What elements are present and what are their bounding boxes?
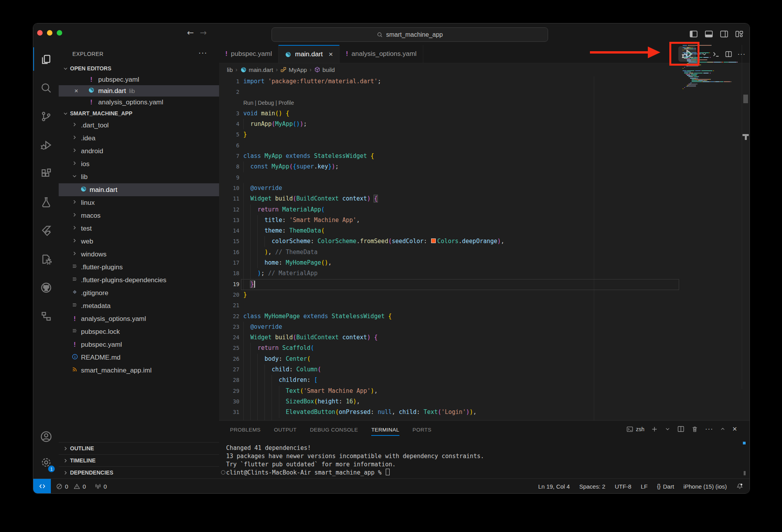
maximize-panel-icon[interactable]	[720, 426, 726, 432]
tree-file-.flutter-plugins-dependencies[interactable]: .flutter-plugins-dependencies	[59, 274, 219, 287]
section-outline[interactable]: OUTLINE	[59, 442, 219, 454]
close-icon[interactable]: ×	[74, 87, 78, 95]
status-encoding[interactable]: UTF-8	[615, 483, 631, 490]
code-line-26[interactable]: 26body: Center(	[219, 354, 742, 364]
project-root-header[interactable]: SMART_MACHINE_APP	[59, 108, 219, 119]
tree-folder-macos[interactable]: macos	[59, 209, 219, 222]
tree-file-.metadata[interactable]: .metadata	[59, 299, 219, 312]
panel-tab-debug-console[interactable]: DEBUG CONSOLE	[310, 425, 358, 435]
activity-accounts[interactable]	[33, 424, 59, 450]
status-device-selector[interactable]: iPhone (15) (ios)	[683, 483, 727, 490]
activity-flutter[interactable]	[33, 216, 59, 245]
tree-folder-lib[interactable]: lib	[59, 170, 219, 183]
terminal-prompt[interactable]: clint@Clints-MacBook-Air smart_machine_a…	[226, 469, 484, 477]
command-center-search[interactable]: smart_machine_app	[271, 27, 548, 42]
explorer-more-actions-icon[interactable]: ···	[198, 48, 207, 57]
nav-forward-button[interactable]: →	[200, 28, 207, 38]
code-line-29[interactable]: 29Text('Smart Machine App'),	[219, 386, 742, 396]
terminal-output[interactable]: Changed 41 dependencies!13 packages have…	[226, 444, 484, 477]
tree-file-.gitignore[interactable]: .gitignore	[59, 287, 219, 299]
code-line-17[interactable]: 17home: MyHomePage(),	[219, 258, 742, 268]
activity-settings[interactable]: 1	[33, 450, 59, 475]
section-dependencies[interactable]: DEPENDENCIES	[59, 466, 219, 478]
section-timeline[interactable]: TIMELINE	[59, 454, 219, 466]
activity-project-tools[interactable]	[33, 245, 59, 273]
tree-folder-android[interactable]: android	[59, 145, 219, 158]
problems-status[interactable]: 0 0	[56, 483, 86, 490]
layout-panel-bottom-icon[interactable]	[704, 29, 714, 39]
terminal-dropdown-icon[interactable]	[665, 426, 671, 432]
terminal-shell-selector[interactable]: zsh	[626, 426, 645, 433]
code-line-9[interactable]: 9	[219, 172, 742, 183]
minimap[interactable]	[683, 45, 742, 389]
code-line-23[interactable]: 23@override	[219, 322, 742, 332]
editor-scrollbar[interactable]	[742, 45, 750, 389]
layout-sidebar-left-icon[interactable]	[689, 29, 698, 39]
code-line-16[interactable]: 16), // ThemeData	[219, 247, 742, 258]
panel-tab-problems[interactable]: PROBLEMS	[230, 425, 261, 435]
code-line-31[interactable]: 31ElevatedButton(onPressed: null, child:…	[219, 407, 742, 417]
code-line-30[interactable]: 30SizedBox(height: 16),	[219, 396, 742, 407]
remote-indicator[interactable]	[33, 479, 51, 493]
code-line-28[interactable]: 28children: [	[219, 375, 742, 385]
code-line-12[interactable]: 12return MaterialApp(	[219, 204, 742, 215]
activity-run-and-debug[interactable]	[33, 131, 59, 159]
code-line-7[interactable]: 7class MyApp extends StatelessWidget {	[219, 151, 742, 161]
breadcrumb-item-MyApp[interactable]: MyApp	[280, 66, 307, 73]
close-window-button[interactable]	[37, 30, 43, 36]
zoom-window-button[interactable]	[57, 30, 62, 36]
status-language-mode[interactable]: {}Dart	[657, 483, 674, 490]
open-editor-analysis_options.yaml[interactable]: ! analysis_options.yaml	[59, 97, 219, 108]
status-notifications[interactable]	[736, 483, 743, 490]
code-line-18[interactable]: 18); // MaterialApp	[219, 268, 742, 279]
code-line-4[interactable]: 4runApp(MyApp());	[219, 119, 742, 129]
activity-search[interactable]	[33, 73, 59, 102]
tree-folder-web[interactable]: web	[59, 235, 219, 248]
layout-sidebar-right-icon[interactable]	[719, 29, 729, 39]
kill-terminal-icon[interactable]	[691, 426, 698, 433]
breadcrumb-item-main.dart[interactable]: main.dart	[240, 66, 273, 73]
split-terminal-icon[interactable]	[677, 425, 685, 433]
new-terminal-icon[interactable]	[651, 426, 658, 433]
tree-folder-.idea[interactable]: .idea	[59, 132, 219, 145]
tree-file-README.md[interactable]: README.md	[59, 351, 219, 364]
tree-file-pubspec.yaml[interactable]: ! pubspec.yaml	[59, 338, 219, 351]
panel-tab-terminal[interactable]: TERMINAL	[371, 425, 399, 435]
tab-main.dart[interactable]: main.dart ×	[279, 45, 340, 63]
close-panel-icon[interactable]: ×	[732, 425, 737, 433]
status-cursor-position[interactable]: Ln 19, Col 4	[538, 483, 570, 490]
code-line-2[interactable]: 2	[219, 87, 742, 97]
scrollbar-thumb[interactable]	[743, 95, 748, 103]
status-indentation[interactable]: Spaces: 2	[579, 483, 606, 490]
activity-testing[interactable]	[33, 188, 59, 216]
code-line-25[interactable]: 25return Scaffold(	[219, 343, 742, 353]
tree-file-.flutter-plugins[interactable]: .flutter-plugins	[59, 261, 219, 274]
panel-more-actions-icon[interactable]: ···	[705, 425, 713, 433]
code-line-22[interactable]: 22class MyHomePage extends StatelessWidg…	[219, 311, 742, 322]
activity-github[interactable]	[33, 273, 59, 302]
tree-folder-test[interactable]: test	[59, 222, 219, 235]
code-line-24[interactable]: 24Widget build(BuildContext context) {	[219, 332, 742, 343]
code-line-10[interactable]: 10@override	[219, 183, 742, 193]
activity-hierarchy[interactable]	[33, 302, 59, 330]
tree-file-pubspec.lock[interactable]: pubspec.lock	[59, 325, 219, 338]
code-line-15[interactable]: 15colorScheme: ColorScheme.fromSeed(seed…	[219, 236, 742, 247]
code-line-19[interactable]: 19}	[219, 279, 742, 290]
open-editor-main.dart[interactable]: × main.dartlib	[59, 85, 219, 97]
code-line-5[interactable]: 5}	[219, 129, 742, 140]
panel-tab-ports[interactable]: PORTS	[413, 425, 431, 435]
nav-back-button[interactable]: ←	[187, 28, 194, 38]
code-line-27[interactable]: 27child: Column(	[219, 364, 742, 375]
tree-folder-linux[interactable]: linux	[59, 196, 219, 209]
tree-folder-.dart_tool[interactable]: .dart_tool	[59, 119, 219, 132]
open-editor-pubspec.yaml[interactable]: ! pubspec.yaml	[59, 74, 219, 85]
code-line-1[interactable]: 1import 'package:flutter/material.dart';	[219, 76, 742, 87]
tree-folder-windows[interactable]: windows	[59, 248, 219, 261]
open-editors-header[interactable]: OPEN EDITORS	[59, 63, 219, 74]
layout-customize-icon[interactable]	[735, 29, 744, 39]
status-eol[interactable]: LF	[641, 483, 648, 490]
breadcrumb-item-lib[interactable]: lib	[227, 66, 233, 73]
activity-extensions[interactable]	[33, 159, 59, 188]
code-line-20[interactable]: 20}	[219, 290, 742, 300]
tree-file-smart_machine_app.iml[interactable]: smart_machine_app.iml	[59, 364, 219, 377]
